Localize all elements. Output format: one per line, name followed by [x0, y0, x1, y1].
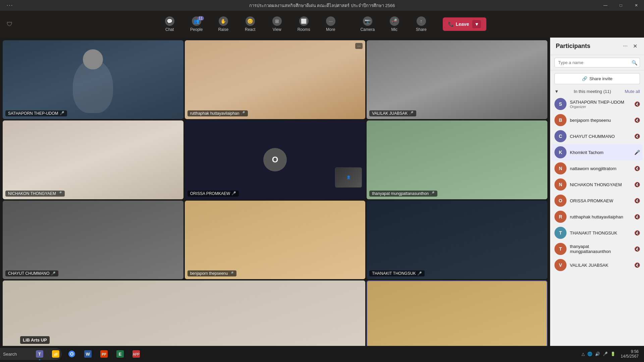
participant-item-thanyapat[interactable]: T thanyapat mungpattanasunthon 🔇: [552, 241, 643, 257]
name-tag-benjaporn: benjaporn thepseenu 🎤: [187, 270, 237, 276]
close-button[interactable]: ✕: [629, 0, 644, 11]
participant-mic-icon: 🔇: [634, 182, 640, 187]
mic-button[interactable]: 🎤 Mic: [382, 13, 407, 35]
name-tag-thanyapat: thanyapat mungpattanasunthon 🎤: [369, 191, 437, 197]
camera-button[interactable]: 📷 Camera: [356, 13, 380, 35]
taskbar-word[interactable]: W: [80, 347, 95, 361]
svg-text:📁: 📁: [53, 351, 59, 357]
shield-icon: 🛡: [7, 21, 13, 28]
participants-list: S SATHAPORN THEP-UDOM Organizer 🔇 B benj…: [550, 96, 644, 362]
video-cell-thanyapat[interactable]: thanyapat mungpattanasunthon 🎤: [367, 120, 547, 199]
maximize-button[interactable]: □: [613, 0, 629, 11]
mic-muted-icon2: 🎤: [409, 111, 414, 115]
toolbar: 🛡 💬 Chat 👥 People 11 ✋ Raise 😊 React ⊞ V…: [0, 11, 644, 38]
participant-mic-icon: 🔇: [634, 117, 640, 123]
more-icon: ···: [326, 16, 335, 26]
video-cell-orissa[interactable]: O 👤 ORISSA PROMKAEW 🎤: [185, 120, 366, 199]
video-cell-nichakon[interactable]: NICHAKON THONGYAEM 🎤: [3, 120, 183, 199]
chat-button[interactable]: 💬 Chat: [158, 13, 182, 35]
participant-mic-icon: 🔇: [634, 230, 640, 236]
svg-text:PP: PP: [102, 353, 106, 356]
participant-item-benjaporn[interactable]: B benjaporn thepseenu 🔇: [552, 112, 643, 128]
leave-button[interactable]: 📞 Leave ▼: [443, 17, 487, 31]
minimize-button[interactable]: —: [598, 0, 613, 11]
participant-mic-icon: 🔇: [634, 214, 640, 219]
more-options-icon[interactable]: ···: [622, 42, 629, 51]
mic-on-icon3: 🎤: [417, 271, 422, 276]
participant-item-orissa[interactable]: O ORISSA PROMKAEW 🔇: [552, 193, 643, 209]
participant-mic-icon: 🔇: [634, 262, 640, 268]
taskbar-app7[interactable]: APP: [129, 347, 144, 361]
participant-name: THANAKIT THONGSUK: [570, 230, 631, 236]
video-cell-rutthaphak[interactable]: rutthaphak huttayavilaiphan 🎤 ···: [185, 40, 366, 119]
titlebar: ··· การประกวดผลงานสหกิจศึกษาดีเด่น คณะดี…: [0, 0, 644, 11]
participant-mic-icon: 🔇: [634, 198, 640, 203]
participant-mic-icon: 🔇: [634, 246, 640, 252]
close-panel-icon[interactable]: ✕: [632, 42, 639, 51]
participant-avatar: S: [554, 98, 567, 110]
chat-icon: 💬: [165, 16, 174, 26]
mic-muted-icon: 🎤: [60, 111, 64, 115]
participant-name: CHAYUT CHUMMANO: [570, 134, 631, 139]
leave-dropdown-icon[interactable]: ▼: [472, 20, 481, 28]
participant-item-nattaworn[interactable]: N nattaworn wongjittratorn 🔇: [552, 160, 643, 176]
participant-options-button[interactable]: ···: [355, 43, 363, 49]
participant-item-sathaporn[interactable]: S SATHAPORN THEP-UDOM Organizer 🔇: [552, 96, 643, 112]
taskbar-app6[interactable]: E: [113, 347, 127, 361]
system-tray: △ 🌐 🔊 🎤 🔋 9:56 14/5/2567: [582, 349, 641, 359]
participants-panel: Participants ··· ✕ 🔍 🔗 Share invite ▼ In…: [550, 38, 644, 362]
system-clock[interactable]: 9:56 14/5/2567: [618, 349, 641, 359]
in-meeting-label: In this meeting (11): [574, 89, 611, 94]
taskbar-explorer[interactable]: 📁: [48, 347, 63, 361]
svg-text:T: T: [38, 352, 41, 357]
participant-name: NICHAKON THONGYAEM: [570, 182, 631, 187]
search-icon: 🔍: [632, 60, 637, 65]
camera-icon: 📷: [363, 16, 372, 26]
view-button[interactable]: ⊞ View: [265, 13, 289, 35]
participant-mic-icon: 🎤: [634, 150, 640, 155]
participant-mic-icon: 🔇: [634, 166, 640, 171]
video-cell-benjaporn[interactable]: benjaporn thepseenu 🎤: [185, 201, 366, 279]
rooms-icon: ⬜: [299, 16, 309, 26]
participant-item-chayut[interactable]: C CHAYUT CHUMMANO 🔇: [552, 128, 643, 144]
people-badge: 11: [198, 16, 204, 20]
window-controls: — □ ✕: [598, 0, 644, 11]
taskbar-search-icon: 🔍: [0, 350, 1, 358]
taskbar-app5[interactable]: PP: [97, 347, 111, 361]
name-tag-sathaporn: SATHAPORN THEP-UDOM 🎤: [5, 110, 67, 116]
window-title: การประกวดผลงานสหกิจศึกษาดีเด่น คณะดีไลปศ…: [249, 2, 395, 9]
people-button[interactable]: 👥 People 11: [184, 13, 209, 35]
share-button[interactable]: ↑ Share: [409, 13, 433, 35]
video-cell-thanakit[interactable]: THANAKIT THONGSUK 🎤: [367, 201, 547, 279]
participant-item-thanakit[interactable]: T THANAKIT THONGSUK 🔇: [552, 225, 643, 241]
titlebar-dots: ···: [7, 2, 13, 8]
mic-on-icon: 🎤: [240, 111, 245, 115]
participant-name: VALILAK JUABSAK: [570, 263, 631, 268]
participant-avatar: O: [554, 195, 567, 207]
participant-item-khomkrit[interactable]: K Khomkrit Tachom 🎤: [552, 144, 643, 160]
taskbar-search[interactable]: 🔍 Search: [17, 347, 32, 361]
main-content: SATHAPORN THEP-UDOM 🎤 rutthaphak huttaya…: [0, 38, 644, 362]
video-cell-sathaporn[interactable]: SATHAPORN THEP-UDOM 🎤: [3, 40, 183, 119]
participant-item-rutthaphak[interactable]: R rutthaphak huttayavilaiphan 🔇: [552, 209, 643, 225]
name-tag-valilak: VALILAK JUABSAK 🎤: [369, 110, 416, 116]
svg-point-10: [71, 353, 73, 355]
taskbar-chrome[interactable]: [64, 347, 79, 361]
video-cell-chayut[interactable]: CHAYUT CHUMMANO 🎤: [3, 201, 183, 279]
name-tag-chayut: CHAYUT CHUMMANO 🎤: [5, 270, 58, 276]
participant-avatar: N: [554, 178, 567, 191]
participant-item-valilak[interactable]: V VALILAK JUABSAK 🔇: [552, 257, 643, 273]
search-input[interactable]: [554, 58, 640, 67]
taskbar-teams[interactable]: T: [32, 347, 47, 361]
in-meeting-chevron: ▼: [554, 89, 559, 94]
react-button[interactable]: 😊 React: [238, 13, 262, 35]
rooms-button[interactable]: ⬜ Rooms: [292, 13, 316, 35]
share-invite-button[interactable]: 🔗 Share invite: [554, 73, 640, 84]
participant-item-nichakon[interactable]: N NICHAKON THONGYAEM 🔇: [552, 176, 643, 193]
raise-button[interactable]: ✋ Raise: [211, 13, 235, 35]
participant-avatar: R: [554, 211, 567, 223]
more-button[interactable]: ··· More: [319, 13, 343, 35]
video-cell-valilak[interactable]: VALILAK JUABSAK 🎤: [367, 40, 547, 119]
clock-time: 9:56: [631, 349, 639, 354]
mute-all-button[interactable]: Mute all: [625, 89, 640, 94]
